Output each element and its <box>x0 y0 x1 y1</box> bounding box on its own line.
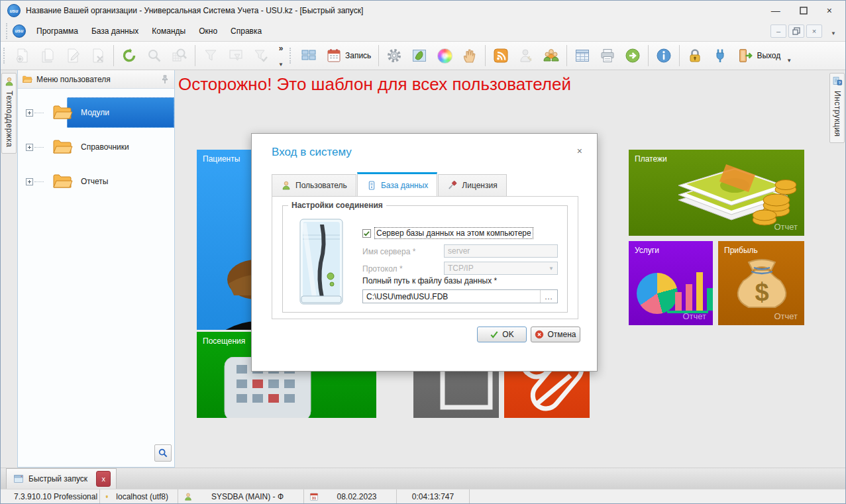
lock-icon <box>687 48 703 64</box>
sidebar-item-reports[interactable]: Отчеты <box>26 164 174 199</box>
refresh-button[interactable] <box>117 43 142 68</box>
maximize-button[interactable] <box>799 6 808 15</box>
tile-payments[interactable]: Платежи Отчет <box>629 150 804 236</box>
sidebar-search-button[interactable] <box>154 444 172 462</box>
server-tower-image <box>297 218 345 305</box>
print-button[interactable] <box>595 43 620 68</box>
expander-plus-icon[interactable] <box>26 144 33 151</box>
sidebar-item-label: Модули <box>81 108 109 117</box>
record-button[interactable]: Запись <box>321 43 376 68</box>
feed-button[interactable] <box>488 43 513 68</box>
tiles-view-button[interactable] <box>296 43 321 68</box>
close-button[interactable]: × <box>827 6 832 15</box>
left-edge-strip: Техподдержка <box>1 70 17 468</box>
chevron-down-icon: ▼ <box>549 266 554 272</box>
tab-quick-launch[interactable]: Быстрый запуск x <box>6 468 117 489</box>
tile-report-link[interactable]: Отчет <box>774 222 798 232</box>
dialog-close-button[interactable]: × <box>577 146 582 156</box>
minimize-button[interactable]: — <box>771 6 780 15</box>
svg-text:?: ? <box>838 81 841 85</box>
menu-program[interactable]: Программа <box>30 23 85 39</box>
menu-window[interactable]: Окно <box>192 23 224 39</box>
instruction-vertical-tab[interactable]: ? Инструкция <box>829 73 845 143</box>
info-button[interactable] <box>651 43 676 68</box>
checkbox-checked-icon[interactable] <box>362 229 371 238</box>
support-vertical-tab[interactable]: Техподдержка <box>1 73 17 154</box>
menu-commands[interactable]: Команды <box>145 23 192 39</box>
tab-close-button[interactable]: x <box>96 471 111 487</box>
printer-icon <box>600 48 615 64</box>
exit-button[interactable]: Выход <box>733 43 785 68</box>
tile-report-link[interactable]: Отчет <box>774 311 798 321</box>
cancel-label: Отмена <box>547 330 576 339</box>
add-record-button[interactable] <box>10 43 35 68</box>
tile-label: Посещения <box>203 336 245 346</box>
folder-icon <box>50 171 74 192</box>
browse-button[interactable]: ... <box>540 290 557 303</box>
search-button[interactable] <box>142 43 167 68</box>
mdi-menu-caret[interactable]: ▼ <box>831 30 836 38</box>
content-area: Осторожно! Это шаблон для всех пользоват… <box>175 70 829 468</box>
lock-button[interactable] <box>682 43 708 68</box>
tile-services[interactable]: Услуги Отчет <box>629 241 713 325</box>
filter-apply-button[interactable] <box>248 43 274 68</box>
menu-help[interactable]: Справка <box>224 23 268 39</box>
server-name-value: server <box>448 246 470 256</box>
exit-door-icon <box>737 48 753 64</box>
pin-icon[interactable] <box>160 74 170 85</box>
menu-database[interactable]: База данных <box>85 23 145 39</box>
group-title: Настройки соединения <box>288 201 386 210</box>
db-path-field-wrap: ... <box>362 289 558 303</box>
copy-record-button[interactable] <box>35 43 60 68</box>
tab-label: Пользователь <box>295 181 347 190</box>
exit-caret-icon[interactable]: ▼ <box>786 58 792 64</box>
local-server-checkbox-row[interactable]: Сервер базы данных на этом компьютере <box>362 227 533 239</box>
bar-chart-icon <box>675 272 713 311</box>
gear-icon <box>386 48 402 64</box>
menu-bar: usu Программа База данных Команды Окно С… <box>1 21 845 42</box>
users-button[interactable] <box>539 43 564 68</box>
settings-button[interactable] <box>382 43 407 68</box>
filter-button[interactable] <box>198 43 223 68</box>
mdi-restore-button[interactable] <box>788 25 804 38</box>
rss-icon <box>493 48 509 64</box>
arrow-right-icon <box>625 48 641 64</box>
cancel-button[interactable]: Отмена <box>531 327 580 342</box>
search-grid-icon <box>172 48 187 64</box>
toolbar-overflow[interactable]: » ▼ <box>274 44 288 68</box>
cancel-circle-icon <box>535 330 544 339</box>
calendar-31-icon: 31 <box>309 492 319 501</box>
tab-user[interactable]: Пользователь <box>272 174 356 196</box>
map-button[interactable] <box>407 43 432 68</box>
expander-plus-icon[interactable] <box>26 178 33 185</box>
mdi-minimize-button[interactable]: – <box>770 25 786 38</box>
tab-license[interactable]: Лицензия <box>438 174 506 196</box>
tile-report-link[interactable]: Отчет <box>682 311 706 321</box>
tree-connector <box>34 113 44 113</box>
user-rights-button[interactable] <box>513 43 539 68</box>
ok-button[interactable]: OK <box>477 327 527 342</box>
tab-database[interactable]: База данных <box>357 172 437 196</box>
folder-icon <box>22 74 32 85</box>
title-bar: usu Название Вашей организации - Универс… <box>1 1 845 21</box>
color-theme-button[interactable] <box>432 43 457 68</box>
expander-plus-icon[interactable] <box>26 109 33 117</box>
hand-button[interactable] <box>457 43 482 68</box>
sidebar-item-directories[interactable]: Справочники <box>26 130 174 164</box>
go-button[interactable] <box>620 43 645 68</box>
table-view-button[interactable] <box>570 43 595 68</box>
tile-profit[interactable]: Прибыль Отчет $ <box>718 241 804 325</box>
db-path-label: Полный путь к файлу базы данных * <box>362 276 497 285</box>
mdi-close-button[interactable]: × <box>806 25 822 38</box>
color-wheel-icon <box>437 48 452 64</box>
hand-icon <box>462 48 478 64</box>
time-text: 0:04:13:747 <box>402 492 464 501</box>
advanced-search-button[interactable] <box>167 43 192 68</box>
delete-record-button[interactable] <box>85 43 111 68</box>
connection-button[interactable] <box>708 43 733 68</box>
sidebar-item-modules[interactable]: Модули <box>26 95 174 130</box>
filter-window-button[interactable] <box>223 43 248 68</box>
key-icon <box>447 180 458 191</box>
edit-record-button[interactable] <box>60 43 85 68</box>
db-path-input[interactable] <box>363 290 540 303</box>
